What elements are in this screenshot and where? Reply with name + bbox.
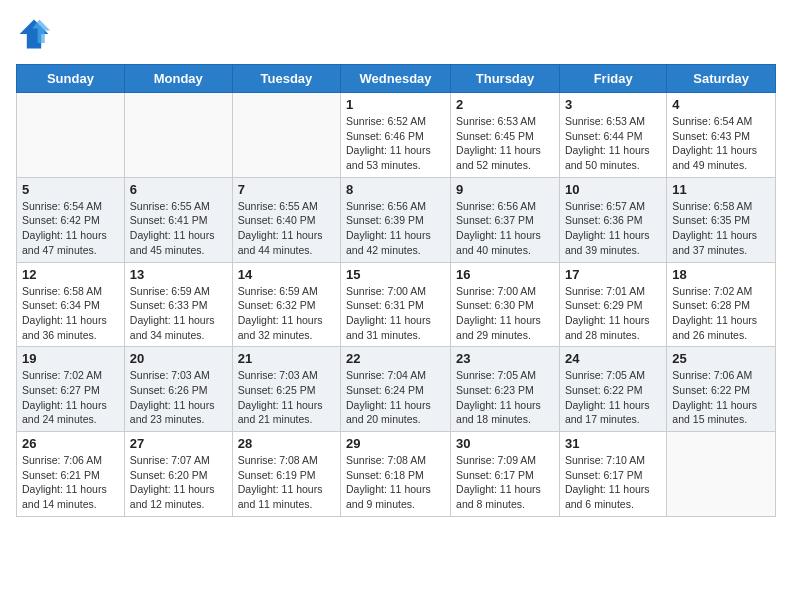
day-info: Sunrise: 6:54 AM Sunset: 6:43 PM Dayligh… <box>672 114 770 173</box>
calendar-cell: 27Sunrise: 7:07 AM Sunset: 6:20 PM Dayli… <box>124 432 232 517</box>
day-info: Sunrise: 6:57 AM Sunset: 6:36 PM Dayligh… <box>565 199 661 258</box>
day-number: 1 <box>346 97 445 112</box>
calendar-cell: 2Sunrise: 6:53 AM Sunset: 6:45 PM Daylig… <box>451 93 560 178</box>
day-number: 3 <box>565 97 661 112</box>
day-info: Sunrise: 7:06 AM Sunset: 6:21 PM Dayligh… <box>22 453 119 512</box>
calendar-cell: 20Sunrise: 7:03 AM Sunset: 6:26 PM Dayli… <box>124 347 232 432</box>
day-info: Sunrise: 7:10 AM Sunset: 6:17 PM Dayligh… <box>565 453 661 512</box>
day-number: 2 <box>456 97 554 112</box>
day-info: Sunrise: 7:06 AM Sunset: 6:22 PM Dayligh… <box>672 368 770 427</box>
calendar-cell: 21Sunrise: 7:03 AM Sunset: 6:25 PM Dayli… <box>232 347 340 432</box>
calendar-cell: 8Sunrise: 6:56 AM Sunset: 6:39 PM Daylig… <box>341 177 451 262</box>
day-info: Sunrise: 7:05 AM Sunset: 6:22 PM Dayligh… <box>565 368 661 427</box>
weekday-header: Monday <box>124 65 232 93</box>
day-info: Sunrise: 7:00 AM Sunset: 6:30 PM Dayligh… <box>456 284 554 343</box>
day-number: 14 <box>238 267 335 282</box>
day-info: Sunrise: 6:55 AM Sunset: 6:40 PM Dayligh… <box>238 199 335 258</box>
calendar-cell: 18Sunrise: 7:02 AM Sunset: 6:28 PM Dayli… <box>667 262 776 347</box>
day-info: Sunrise: 7:09 AM Sunset: 6:17 PM Dayligh… <box>456 453 554 512</box>
day-info: Sunrise: 7:08 AM Sunset: 6:18 PM Dayligh… <box>346 453 445 512</box>
calendar-cell: 5Sunrise: 6:54 AM Sunset: 6:42 PM Daylig… <box>17 177 125 262</box>
day-number: 9 <box>456 182 554 197</box>
weekday-header: Friday <box>559 65 666 93</box>
day-number: 23 <box>456 351 554 366</box>
calendar-cell: 23Sunrise: 7:05 AM Sunset: 6:23 PM Dayli… <box>451 347 560 432</box>
day-number: 13 <box>130 267 227 282</box>
day-info: Sunrise: 7:07 AM Sunset: 6:20 PM Dayligh… <box>130 453 227 512</box>
day-info: Sunrise: 7:03 AM Sunset: 6:26 PM Dayligh… <box>130 368 227 427</box>
calendar-cell <box>17 93 125 178</box>
calendar-cell: 12Sunrise: 6:58 AM Sunset: 6:34 PM Dayli… <box>17 262 125 347</box>
day-info: Sunrise: 7:02 AM Sunset: 6:28 PM Dayligh… <box>672 284 770 343</box>
day-number: 8 <box>346 182 445 197</box>
calendar-cell: 13Sunrise: 6:59 AM Sunset: 6:33 PM Dayli… <box>124 262 232 347</box>
calendar-cell: 25Sunrise: 7:06 AM Sunset: 6:22 PM Dayli… <box>667 347 776 432</box>
day-info: Sunrise: 6:59 AM Sunset: 6:32 PM Dayligh… <box>238 284 335 343</box>
calendar-cell: 3Sunrise: 6:53 AM Sunset: 6:44 PM Daylig… <box>559 93 666 178</box>
calendar-cell: 28Sunrise: 7:08 AM Sunset: 6:19 PM Dayli… <box>232 432 340 517</box>
day-number: 19 <box>22 351 119 366</box>
calendar-cell: 10Sunrise: 6:57 AM Sunset: 6:36 PM Dayli… <box>559 177 666 262</box>
day-info: Sunrise: 7:01 AM Sunset: 6:29 PM Dayligh… <box>565 284 661 343</box>
calendar-cell: 14Sunrise: 6:59 AM Sunset: 6:32 PM Dayli… <box>232 262 340 347</box>
day-number: 26 <box>22 436 119 451</box>
calendar-cell: 29Sunrise: 7:08 AM Sunset: 6:18 PM Dayli… <box>341 432 451 517</box>
calendar-cell: 1Sunrise: 6:52 AM Sunset: 6:46 PM Daylig… <box>341 93 451 178</box>
weekday-header-row: SundayMondayTuesdayWednesdayThursdayFrid… <box>17 65 776 93</box>
calendar-cell: 24Sunrise: 7:05 AM Sunset: 6:22 PM Dayli… <box>559 347 666 432</box>
calendar-week-row: 19Sunrise: 7:02 AM Sunset: 6:27 PM Dayli… <box>17 347 776 432</box>
calendar-cell: 17Sunrise: 7:01 AM Sunset: 6:29 PM Dayli… <box>559 262 666 347</box>
day-number: 4 <box>672 97 770 112</box>
logo <box>16 16 56 52</box>
day-info: Sunrise: 6:56 AM Sunset: 6:39 PM Dayligh… <box>346 199 445 258</box>
day-info: Sunrise: 6:54 AM Sunset: 6:42 PM Dayligh… <box>22 199 119 258</box>
page-header <box>16 16 776 52</box>
calendar-cell <box>667 432 776 517</box>
day-number: 10 <box>565 182 661 197</box>
weekday-header: Thursday <box>451 65 560 93</box>
calendar-cell <box>232 93 340 178</box>
calendar-week-row: 26Sunrise: 7:06 AM Sunset: 6:21 PM Dayli… <box>17 432 776 517</box>
calendar-cell: 15Sunrise: 7:00 AM Sunset: 6:31 PM Dayli… <box>341 262 451 347</box>
day-number: 22 <box>346 351 445 366</box>
calendar-cell: 7Sunrise: 6:55 AM Sunset: 6:40 PM Daylig… <box>232 177 340 262</box>
calendar-cell: 31Sunrise: 7:10 AM Sunset: 6:17 PM Dayli… <box>559 432 666 517</box>
calendar-table: SundayMondayTuesdayWednesdayThursdayFrid… <box>16 64 776 517</box>
calendar-week-row: 5Sunrise: 6:54 AM Sunset: 6:42 PM Daylig… <box>17 177 776 262</box>
day-info: Sunrise: 6:52 AM Sunset: 6:46 PM Dayligh… <box>346 114 445 173</box>
calendar-cell: 22Sunrise: 7:04 AM Sunset: 6:24 PM Dayli… <box>341 347 451 432</box>
day-number: 27 <box>130 436 227 451</box>
day-number: 6 <box>130 182 227 197</box>
calendar-cell: 30Sunrise: 7:09 AM Sunset: 6:17 PM Dayli… <box>451 432 560 517</box>
weekday-header: Wednesday <box>341 65 451 93</box>
day-info: Sunrise: 7:04 AM Sunset: 6:24 PM Dayligh… <box>346 368 445 427</box>
day-info: Sunrise: 6:53 AM Sunset: 6:45 PM Dayligh… <box>456 114 554 173</box>
day-info: Sunrise: 6:59 AM Sunset: 6:33 PM Dayligh… <box>130 284 227 343</box>
day-number: 7 <box>238 182 335 197</box>
day-info: Sunrise: 7:05 AM Sunset: 6:23 PM Dayligh… <box>456 368 554 427</box>
calendar-week-row: 12Sunrise: 6:58 AM Sunset: 6:34 PM Dayli… <box>17 262 776 347</box>
day-info: Sunrise: 6:53 AM Sunset: 6:44 PM Dayligh… <box>565 114 661 173</box>
day-number: 31 <box>565 436 661 451</box>
weekday-header: Saturday <box>667 65 776 93</box>
calendar-cell: 16Sunrise: 7:00 AM Sunset: 6:30 PM Dayli… <box>451 262 560 347</box>
calendar-cell: 26Sunrise: 7:06 AM Sunset: 6:21 PM Dayli… <box>17 432 125 517</box>
day-number: 11 <box>672 182 770 197</box>
day-number: 21 <box>238 351 335 366</box>
day-info: Sunrise: 7:00 AM Sunset: 6:31 PM Dayligh… <box>346 284 445 343</box>
day-number: 20 <box>130 351 227 366</box>
calendar-cell: 6Sunrise: 6:55 AM Sunset: 6:41 PM Daylig… <box>124 177 232 262</box>
calendar-week-row: 1Sunrise: 6:52 AM Sunset: 6:46 PM Daylig… <box>17 93 776 178</box>
day-info: Sunrise: 7:03 AM Sunset: 6:25 PM Dayligh… <box>238 368 335 427</box>
weekday-header: Tuesday <box>232 65 340 93</box>
day-number: 17 <box>565 267 661 282</box>
calendar-cell: 9Sunrise: 6:56 AM Sunset: 6:37 PM Daylig… <box>451 177 560 262</box>
calendar-cell: 4Sunrise: 6:54 AM Sunset: 6:43 PM Daylig… <box>667 93 776 178</box>
day-info: Sunrise: 6:55 AM Sunset: 6:41 PM Dayligh… <box>130 199 227 258</box>
day-number: 16 <box>456 267 554 282</box>
calendar-cell: 19Sunrise: 7:02 AM Sunset: 6:27 PM Dayli… <box>17 347 125 432</box>
logo-icon <box>16 16 52 52</box>
day-info: Sunrise: 7:02 AM Sunset: 6:27 PM Dayligh… <box>22 368 119 427</box>
weekday-header: Sunday <box>17 65 125 93</box>
day-info: Sunrise: 7:08 AM Sunset: 6:19 PM Dayligh… <box>238 453 335 512</box>
